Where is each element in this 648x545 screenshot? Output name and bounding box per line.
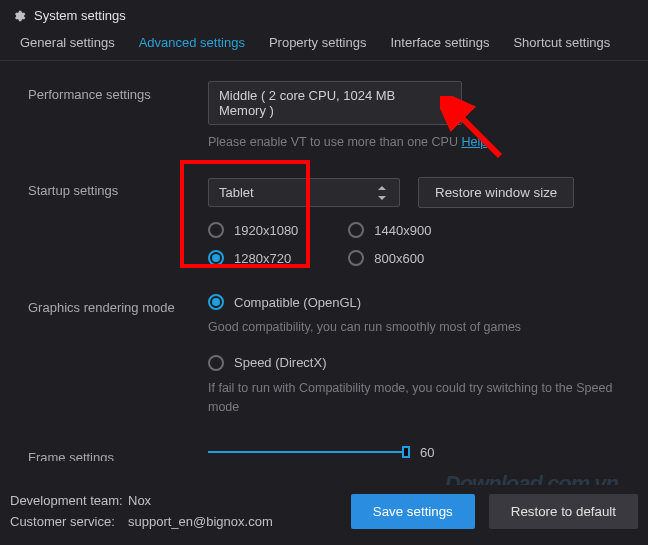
dev-team-value: Nox [128, 493, 151, 508]
customer-service-value: support_en@bignox.com [128, 514, 273, 529]
chevron-updown-icon [440, 96, 451, 110]
radio-icon [208, 294, 224, 310]
radio-icon [208, 250, 224, 266]
graphics-label: Graphics rendering mode [28, 294, 208, 315]
compatible-hint: Good compatibility, you can run smoothly… [208, 318, 628, 337]
performance-select[interactable]: Middle ( 2 core CPU, 1024 MB Memory ) [208, 81, 462, 125]
radio-icon [348, 250, 364, 266]
fps-value: 60 [420, 445, 434, 460]
rendering-speed[interactable]: Speed (DirectX) [208, 355, 628, 371]
titlebar: System settings [0, 0, 648, 27]
resolution-1440[interactable]: 1440x900 [348, 222, 431, 238]
restore-window-size-button[interactable]: Restore window size [418, 177, 574, 208]
speed-hint: If fail to run with Compatibility mode, … [208, 379, 628, 417]
fps-slider[interactable] [208, 444, 408, 460]
startup-label: Startup settings [28, 177, 208, 198]
resolution-800[interactable]: 800x600 [348, 250, 431, 266]
tab-property[interactable]: Property settings [269, 35, 367, 50]
rendering-compatible[interactable]: Compatible (OpenGL) [208, 294, 628, 310]
footer: Development team: Nox Customer service: … [0, 485, 648, 545]
chevron-updown-icon [377, 186, 389, 200]
startup-selected: Tablet [219, 185, 254, 200]
gear-icon [12, 9, 26, 23]
restore-default-button[interactable]: Restore to default [489, 494, 638, 529]
radio-icon [208, 222, 224, 238]
tab-shortcut[interactable]: Shortcut settings [513, 35, 610, 50]
performance-label: Performance settings [28, 81, 208, 102]
tab-general[interactable]: General settings [20, 35, 115, 50]
customer-service-label: Customer service: [10, 514, 128, 529]
performance-selected: Middle ( 2 core CPU, 1024 MB Memory ) [219, 88, 440, 118]
startup-select[interactable]: Tablet [208, 178, 400, 207]
dev-team-label: Development team: [10, 493, 128, 508]
tabs: General settings Advanced settings Prope… [0, 27, 648, 61]
radio-icon [208, 355, 224, 371]
tab-interface[interactable]: Interface settings [390, 35, 489, 50]
performance-hint: Please enable VT to use more than one CP… [208, 135, 628, 149]
resolution-1280[interactable]: 1280x720 [208, 250, 298, 266]
window-title: System settings [34, 8, 126, 23]
save-settings-button[interactable]: Save settings [351, 494, 475, 529]
resolution-1920[interactable]: 1920x1080 [208, 222, 298, 238]
frame-label: Frame settings [28, 444, 208, 461]
radio-icon [348, 222, 364, 238]
tab-advanced[interactable]: Advanced settings [139, 35, 245, 50]
content: Performance settings Middle ( 2 core CPU… [0, 61, 648, 461]
vt-help-link[interactable]: Help [461, 135, 487, 149]
